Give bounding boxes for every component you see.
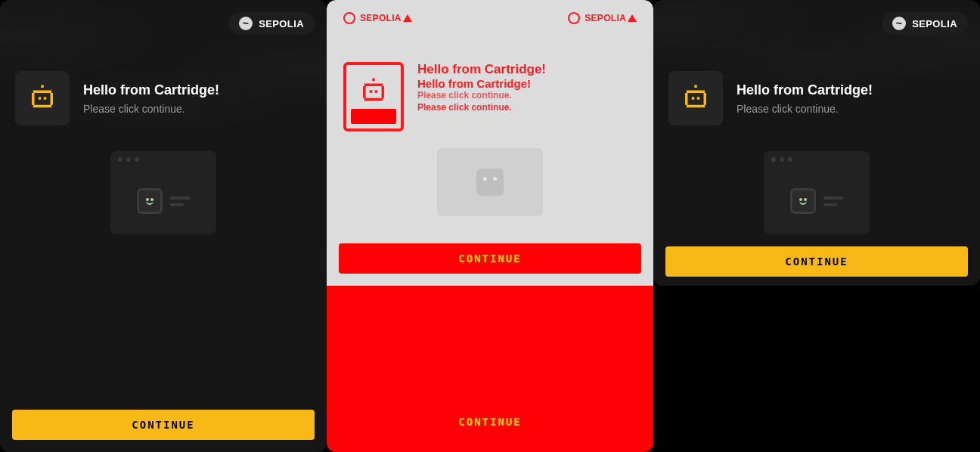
diff-sub-1: Please click continue. — [417, 90, 546, 101]
happy-face-icon — [790, 188, 816, 214]
session-illustration — [110, 151, 216, 234]
header-subtitle: Please click continue. — [737, 103, 873, 115]
continue-button[interactable]: CONTINUE — [12, 410, 315, 440]
text-lines-icon — [170, 197, 190, 206]
diff-header-row: Hello from Cartridge! Hello from Cartrid… — [343, 62, 637, 132]
diff-continue-button-bottom[interactable]: CONTINUE — [339, 407, 641, 437]
header-text: Hello from Cartridge! Please click conti… — [83, 82, 219, 115]
diff-cartridge-icon — [343, 62, 404, 132]
header-row: Hello from Cartridge! Please click conti… — [668, 71, 965, 125]
diff-header-text: Hello from Cartridge! Hello from Cartrid… — [417, 62, 546, 113]
network-label: SEPOLIA — [912, 18, 957, 29]
network-icon: ~ — [892, 17, 906, 30]
network-ring-icon — [343, 12, 355, 24]
decorative-wave — [653, 0, 980, 286]
cartridge-icon-svg — [26, 82, 58, 114]
triangle-icon — [628, 14, 637, 22]
text-lines-icon — [823, 197, 843, 206]
network-icon: ~ — [239, 17, 253, 30]
header-title: Hello from Cartridge! — [737, 82, 873, 98]
illustration-body — [110, 168, 216, 234]
panel-diff: SEPOLIA SEPOLIA Hello from Cartridge! He… — [327, 0, 653, 452]
diff-network-chip-right: SEPOLIA — [568, 12, 637, 24]
diff-sub-2: Please click continue. — [417, 102, 546, 113]
cartridge-icon — [668, 71, 723, 125]
diff-network-label-right: SEPOLIA — [585, 13, 626, 23]
diff-bottom: CONTINUE — [327, 286, 653, 452]
diff-title-1: Hello from Cartridge! — [417, 62, 546, 77]
header-subtitle: Please click continue. — [83, 103, 219, 115]
diff-continue-button-top[interactable]: CONTINUE — [339, 243, 641, 274]
diff-network-chip-left: SEPOLIA — [343, 12, 412, 24]
triangle-icon — [403, 14, 412, 22]
session-illustration — [764, 151, 870, 234]
header-row: Hello from Cartridge! Please click conti… — [15, 71, 312, 125]
panel-short: ~ SEPOLIA Hello from Cartridge! Please c… — [653, 0, 980, 452]
cartridge-icon-svg — [358, 76, 389, 107]
header-title: Hello from Cartridge! — [83, 82, 219, 98]
diff-network-label-left: SEPOLIA — [360, 13, 402, 23]
diff-title-2: Hello from Cartridge! — [417, 77, 546, 90]
network-chip[interactable]: ~ SEPOLIA — [228, 12, 315, 35]
happy-face-icon — [137, 188, 163, 214]
panel-short-inner: ~ SEPOLIA Hello from Cartridge! Please c… — [653, 0, 980, 286]
face-ghost-icon — [476, 169, 504, 196]
panel-tall: ~ SEPOLIA Hello from Cartridge! Please c… — [0, 0, 327, 452]
network-chip[interactable]: ~ SEPOLIA — [882, 12, 968, 35]
network-label: SEPOLIA — [259, 18, 304, 29]
diff-illustration — [437, 148, 543, 216]
continue-button[interactable]: CONTINUE — [665, 246, 968, 277]
window-dots-icon — [764, 151, 870, 168]
window-dots-icon — [110, 151, 216, 168]
cartridge-icon — [15, 71, 70, 125]
network-ring-icon — [568, 12, 580, 24]
cartridge-icon-svg — [680, 82, 712, 114]
illustration-body — [764, 168, 870, 234]
header-text: Hello from Cartridge! Please click conti… — [737, 82, 873, 115]
diff-top: SEPOLIA SEPOLIA Hello from Cartridge! He… — [327, 0, 653, 286]
